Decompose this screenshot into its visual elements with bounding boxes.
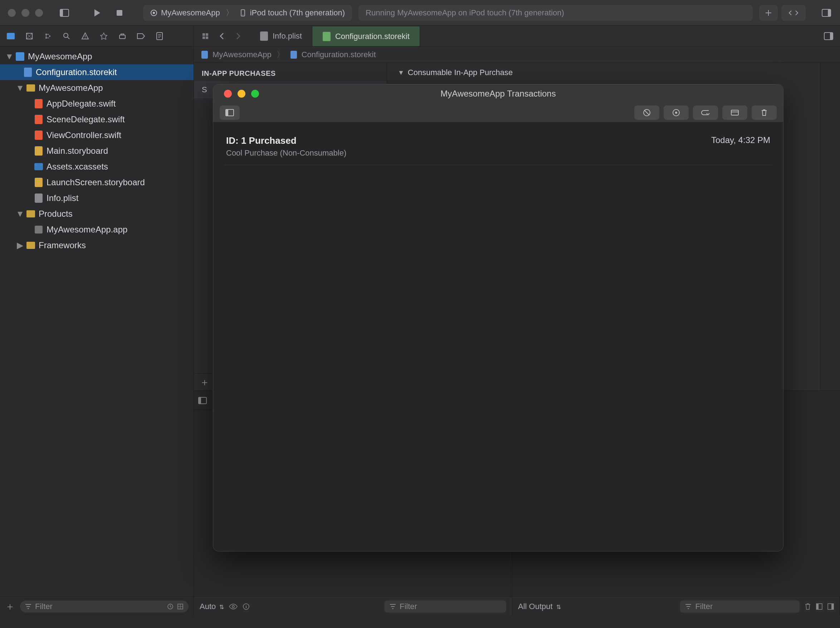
zoom-window-button[interactable]: [35, 9, 43, 17]
jump-bar-seg-1[interactable]: MyAwesomeApp: [213, 50, 272, 59]
output-scope-button[interactable]: All Output ⇅: [518, 602, 561, 611]
close-window-button[interactable]: [8, 9, 16, 17]
scheme-selector[interactable]: MyAwesomeApp 〉 iPod touch (7th generatio…: [143, 5, 352, 21]
trash-icon[interactable]: [805, 603, 811, 611]
debug-navigator-icon[interactable]: [114, 28, 130, 44]
project-navigator-icon[interactable]: [3, 28, 19, 44]
svg-rect-35: [226, 109, 228, 116]
visibility-icon[interactable]: [229, 604, 238, 609]
stop-button[interactable]: [110, 5, 129, 21]
info-icon[interactable]: [243, 603, 250, 610]
back-button[interactable]: [215, 29, 229, 43]
source-control-navigator-icon[interactable]: [22, 28, 37, 44]
disclosure-triangle-icon[interactable]: ▼: [6, 54, 12, 59]
folder-products[interactable]: ▼ Products: [0, 206, 194, 222]
folder-label: Frameworks: [39, 240, 86, 250]
clock-icon[interactable]: [167, 603, 174, 610]
file-item-configuration-storekit[interactable]: Configuration.storekit: [0, 65, 194, 80]
disclosure-triangle-icon[interactable]: ▶: [17, 243, 23, 248]
window-traffic-lights: [8, 9, 43, 17]
find-navigator-icon[interactable]: [59, 28, 74, 44]
toggle-inspector-button[interactable]: [817, 5, 836, 21]
disclosure-triangle-icon[interactable]: ▼: [17, 85, 23, 91]
tab-info-plist[interactable]: Info.plist: [250, 26, 312, 46]
approve-transaction-button[interactable]: [634, 106, 659, 120]
forward-button[interactable]: [231, 29, 245, 43]
modal-close-button[interactable]: [224, 90, 232, 98]
console-filter-input[interactable]: Filter: [680, 600, 800, 612]
folder-icon: [27, 242, 35, 249]
file-item-assets[interactable]: Assets.xcassets: [0, 159, 194, 175]
file-item-scenedelegate[interactable]: SceneDelegate.swift: [0, 112, 194, 127]
adjust-editor-options-button[interactable]: [821, 29, 836, 43]
modal-toolbar: [213, 103, 783, 122]
breakpoint-navigator-icon[interactable]: [133, 28, 149, 44]
variables-filter-input[interactable]: Filter: [385, 600, 506, 612]
project-root[interactable]: ▼ MyAwesomeApp: [0, 49, 194, 65]
filter-icon: [25, 604, 32, 609]
modal-titlebar[interactable]: MyAwesomeApp Transactions: [213, 84, 783, 103]
tab-label: Info.plist: [273, 32, 302, 41]
svg-rect-25: [830, 33, 833, 40]
navigator-filter-input[interactable]: Filter: [20, 600, 188, 612]
chevron-updown-icon: ⇅: [556, 604, 561, 610]
scm-filter-icon[interactable]: [177, 603, 183, 610]
jump-bar-seg-2[interactable]: Configuration.storekit: [302, 50, 376, 59]
svg-point-13: [49, 35, 51, 37]
plist-file-icon: [35, 194, 43, 203]
transactions-list: ID: 1 Purchased Today, 4:32 PM Cool Purc…: [213, 122, 783, 551]
related-items-button[interactable]: [198, 29, 213, 43]
svg-rect-33: [831, 604, 834, 609]
scheme-app-label: MyAwesomeApp: [161, 8, 220, 17]
symbol-navigator-icon[interactable]: [40, 28, 56, 44]
debug-bottom-bar: Auto ⇅ Filter All: [194, 596, 840, 616]
toggle-sidebar-icon[interactable]: [198, 397, 207, 404]
split-right-icon[interactable]: [827, 603, 834, 610]
disclosure-triangle-icon[interactable]: ▼: [17, 211, 23, 217]
resolve-issue-button[interactable]: [722, 106, 747, 120]
modal-minimize-button[interactable]: [238, 90, 245, 98]
svg-marker-2: [95, 9, 100, 16]
svg-point-7: [243, 15, 243, 16]
svg-point-15: [85, 38, 85, 38]
tab-configuration-storekit[interactable]: Configuration.storekit: [312, 26, 420, 46]
split-left-icon[interactable]: [816, 603, 823, 610]
file-item-app-product[interactable]: MyAwesomeApp.app: [0, 222, 194, 237]
folder-myawesomeapp[interactable]: ▼ MyAwesomeApp: [0, 80, 194, 96]
status-text: Running MyAwesomeApp on iPod touch (7th …: [366, 8, 564, 17]
file-label: Info.plist: [46, 193, 78, 203]
folder-frameworks[interactable]: ▶ Frameworks: [0, 237, 194, 253]
file-item-appdelegate[interactable]: AppDelegate.swift: [0, 96, 194, 112]
issue-navigator-icon[interactable]: [77, 28, 93, 44]
toggle-navigator-button[interactable]: [55, 5, 74, 21]
project-root-label: MyAwesomeApp: [28, 52, 92, 62]
decline-transaction-button[interactable]: [664, 106, 689, 120]
report-navigator-icon[interactable]: [152, 28, 167, 44]
minimize-window-button[interactable]: [22, 9, 29, 17]
modal-title: MyAwesomeApp Transactions: [441, 89, 556, 99]
transaction-row[interactable]: ID: 1 Purchased Today, 4:32 PM Cool Purc…: [224, 129, 772, 165]
refund-transaction-button[interactable]: [693, 106, 718, 120]
delete-transaction-button[interactable]: [752, 106, 777, 120]
file-item-viewcontroller[interactable]: ViewController.swift: [0, 127, 194, 143]
svg-point-38: [675, 112, 677, 114]
modal-zoom-button[interactable]: [251, 90, 259, 98]
file-item-launchscreen[interactable]: LaunchScreen.storyboard: [0, 175, 194, 190]
jump-bar[interactable]: MyAwesomeApp 〉 Configuration.storekit: [194, 46, 840, 63]
add-editor-button[interactable]: [759, 5, 778, 21]
test-navigator-icon[interactable]: [96, 28, 112, 44]
modal-toggle-sidebar-button[interactable]: [219, 106, 240, 120]
file-item-main-storyboard[interactable]: Main.storyboard: [0, 143, 194, 159]
code-review-button[interactable]: [781, 5, 806, 21]
disclosure-triangle-icon[interactable]: ▼: [398, 69, 404, 77]
svg-rect-20: [202, 33, 205, 36]
file-item-info-plist[interactable]: Info.plist: [0, 190, 194, 206]
iap-detail-header[interactable]: ▼ Consumable In-App Purchase: [398, 68, 809, 77]
svg-point-5: [153, 12, 155, 14]
run-button[interactable]: [88, 5, 107, 21]
navigator-selector-bar: [0, 26, 194, 46]
auto-scope-button[interactable]: Auto ⇅: [200, 602, 224, 611]
add-file-button[interactable]: ＋: [5, 600, 15, 613]
storekit-file-icon: [323, 32, 330, 41]
filter-icon: [390, 604, 396, 609]
